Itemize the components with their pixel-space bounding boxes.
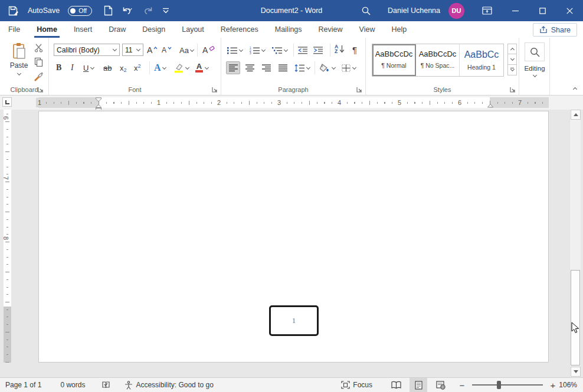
- zoom-slider[interactable]: [472, 384, 543, 386]
- tab-file[interactable]: File: [0, 21, 28, 38]
- search-icon[interactable]: [361, 6, 371, 16]
- tab-insert[interactable]: Insert: [65, 21, 100, 38]
- style-no-spacing[interactable]: AaBbCcDc ¶ No Spac...: [416, 44, 460, 76]
- new-document-icon[interactable]: [104, 5, 113, 16]
- horizontal-ruler[interactable]: 1 1 2 3 4 5 6 7: [38, 97, 549, 108]
- decrease-indent-button[interactable]: [298, 44, 307, 57]
- align-left-button[interactable]: [226, 61, 240, 74]
- align-right-button[interactable]: [259, 61, 273, 74]
- font-color-button[interactable]: A: [195, 61, 209, 74]
- shrink-font-button[interactable]: A: [162, 44, 172, 57]
- redo-button[interactable]: [143, 6, 154, 15]
- web-layout-button[interactable]: [432, 378, 450, 392]
- underline-button[interactable]: U: [83, 61, 94, 74]
- page-number-field[interactable]: 1: [269, 305, 319, 336]
- format-painter-button[interactable]: [33, 70, 44, 83]
- document-page[interactable]: 1: [38, 111, 549, 363]
- bullets-button[interactable]: [227, 44, 243, 57]
- group-editing: Editing: [519, 38, 550, 95]
- scrollbar-thumb[interactable]: [571, 270, 580, 365]
- tab-references[interactable]: References: [212, 21, 267, 38]
- word-count[interactable]: 0 words: [55, 378, 90, 392]
- vertical-ruler[interactable]: 6 7 8: [4, 110, 11, 363]
- borders-button[interactable]: [342, 61, 356, 74]
- sort-button[interactable]: A Z: [335, 42, 345, 55]
- scroll-down-button[interactable]: [571, 367, 581, 377]
- close-button[interactable]: [556, 0, 583, 21]
- highlight-button[interactable]: [174, 61, 189, 74]
- scroll-up-button[interactable]: [571, 110, 581, 120]
- styles-gallery-expand-button[interactable]: [507, 65, 517, 75]
- user-name[interactable]: Daniel Uchenna: [388, 6, 440, 15]
- clear-formatting-button[interactable]: A: [202, 44, 215, 57]
- tab-design[interactable]: Design: [134, 21, 173, 38]
- justify-button[interactable]: [276, 61, 290, 74]
- tab-selector[interactable]: [2, 97, 12, 107]
- focus-button[interactable]: Focus: [336, 378, 378, 392]
- style-heading1[interactable]: AaBbCc Heading 1: [460, 44, 503, 76]
- maximize-button[interactable]: [529, 0, 556, 21]
- right-indent-marker[interactable]: [487, 103, 494, 108]
- copy-button[interactable]: [34, 55, 43, 68]
- tab-view[interactable]: View: [351, 21, 384, 38]
- line-spacing-button[interactable]: [294, 61, 310, 74]
- increase-indent-button[interactable]: [313, 44, 323, 57]
- paste-dropdown-icon: [17, 71, 21, 76]
- zoom-out-button[interactable]: −: [458, 380, 466, 390]
- style-normal[interactable]: AaBbCcDc ¶ Normal: [372, 44, 416, 76]
- read-mode-button[interactable]: [387, 378, 405, 392]
- editing-button[interactable]: Editing: [524, 42, 545, 84]
- autosave-toggle[interactable]: Off: [68, 6, 92, 16]
- minimize-button[interactable]: [502, 0, 529, 21]
- styles-dialog-launcher[interactable]: [510, 86, 516, 93]
- numbering-button[interactable]: 123: [250, 44, 266, 57]
- ruler-number: 3: [276, 98, 283, 107]
- shading-button[interactable]: [319, 61, 336, 74]
- paragraph-dialog-launcher[interactable]: [356, 86, 363, 93]
- strikethrough-button[interactable]: ab: [103, 61, 112, 74]
- zoom-in-button[interactable]: +: [549, 380, 557, 390]
- tab-review[interactable]: Review: [310, 21, 351, 38]
- undo-button[interactable]: [121, 6, 135, 15]
- tab-help[interactable]: Help: [383, 21, 415, 38]
- page-indicator[interactable]: Page 1 of 1: [0, 378, 47, 392]
- proofing-status[interactable]: [96, 378, 116, 392]
- clipboard-dialog-launcher[interactable]: [38, 86, 44, 93]
- change-case-button[interactable]: Aa: [179, 44, 195, 57]
- subscript-button[interactable]: x 2: [120, 61, 127, 74]
- styles-scroll-up-button[interactable]: [507, 44, 517, 54]
- collapse-ribbon-button[interactable]: [572, 84, 577, 93]
- accessibility-status[interactable]: Accessibility: Good to go: [119, 378, 218, 392]
- copy-icon: [34, 57, 43, 67]
- save-icon[interactable]: [8, 6, 19, 16]
- ribbon-display-options-icon[interactable]: [482, 6, 492, 15]
- show-formatting-button[interactable]: ¶: [352, 43, 357, 56]
- align-center-button[interactable]: [243, 61, 257, 74]
- print-layout-button[interactable]: [410, 378, 427, 392]
- grow-font-button[interactable]: A: [147, 44, 158, 57]
- share-button[interactable]: Share: [533, 23, 577, 37]
- vertical-scrollbar[interactable]: [569, 110, 581, 377]
- zoom-percent[interactable]: 106%: [557, 381, 583, 389]
- tab-home[interactable]: Home: [28, 21, 65, 38]
- italic-button[interactable]: I: [71, 61, 74, 74]
- numbering-dropdown-icon: [261, 48, 266, 52]
- bold-button[interactable]: B: [56, 61, 61, 74]
- multilevel-list-button[interactable]: [272, 44, 288, 57]
- font-dialog-launcher[interactable]: [212, 86, 218, 93]
- superscript-button[interactable]: x 2: [134, 61, 141, 74]
- text-effects-button[interactable]: A: [154, 61, 167, 74]
- tab-mailings[interactable]: Mailings: [267, 21, 310, 38]
- tab-draw[interactable]: Draw: [100, 21, 134, 38]
- avatar[interactable]: DU: [448, 3, 464, 19]
- cut-button[interactable]: [34, 41, 43, 54]
- font-size-select[interactable]: 11: [122, 44, 143, 56]
- styles-scroll-down-button[interactable]: [507, 54, 517, 65]
- zoom-slider-thumb[interactable]: [497, 381, 501, 389]
- tab-layout[interactable]: Layout: [173, 21, 212, 38]
- customize-quick-access-icon[interactable]: [162, 8, 169, 14]
- paste-button[interactable]: Paste: [7, 42, 31, 80]
- line-spacing-dropdown-icon: [306, 65, 310, 70]
- font-name-select[interactable]: Calibri (Body): [54, 44, 120, 56]
- print-layout-icon: [415, 381, 422, 390]
